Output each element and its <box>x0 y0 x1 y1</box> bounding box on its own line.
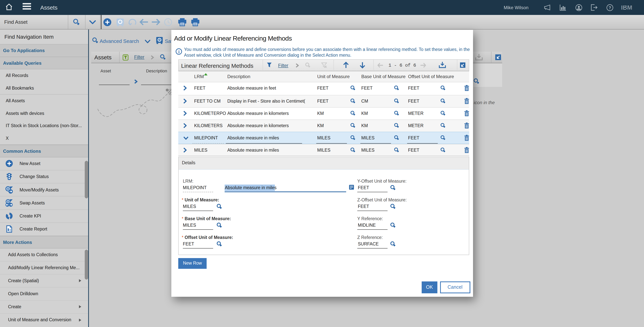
svg-text:i: i <box>178 49 180 54</box>
svg-text:?: ? <box>608 5 611 10</box>
svg-text:IBM: IBM <box>621 4 632 10</box>
